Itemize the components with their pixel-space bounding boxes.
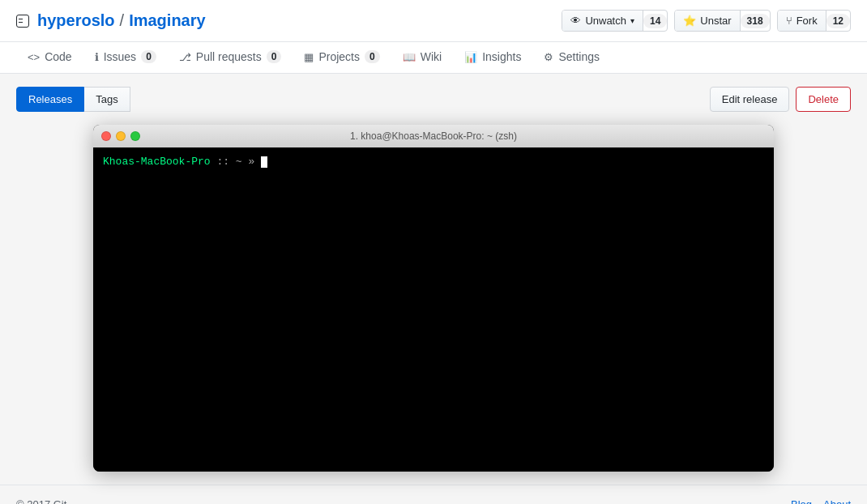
tab-wiki-label: Wiki (421, 50, 442, 63)
repo-separator: / (118, 11, 126, 30)
code-icon: <> (28, 51, 40, 63)
header-actions: 👁 Unwatch ▾ 14 ⭐ Unstar 318 ⑂ Fork 12 (562, 10, 851, 32)
footer-link-about[interactable]: About (823, 498, 851, 504)
issues-badge: 0 (141, 50, 156, 63)
edit-release-button[interactable]: Edit release (710, 87, 790, 112)
wiki-icon: 📖 (403, 51, 416, 63)
repo-owner[interactable]: hyperoslo (37, 11, 115, 30)
sub-tabs-bar: Releases Tags Edit release Delete (16, 87, 851, 112)
repo-name[interactable]: Imaginary (129, 11, 205, 30)
tab-wiki[interactable]: 📖 Wiki (391, 42, 453, 73)
star-icon: ⭐ (683, 15, 696, 27)
insights-icon: 📊 (464, 51, 477, 63)
maximize-button[interactable] (130, 131, 140, 141)
repo-title: hyperoslo / Imaginary (16, 11, 206, 30)
terminal-title: 1. khoa@Khoas-MacBook-Pro: ~ (zsh) (350, 130, 517, 142)
footer: © 2017 Git Blog About (0, 485, 867, 504)
terminal-titlebar: 1. khoa@Khoas-MacBook-Pro: ~ (zsh) (93, 125, 774, 147)
prompt-host: Khoas-MacBook-Pro (103, 156, 211, 168)
watch-count: 14 (643, 14, 667, 28)
fork-icon: ⑂ (786, 15, 792, 27)
terminal-body[interactable]: Khoas-MacBook-Pro :: ~ » (93, 147, 774, 472)
pr-badge: 0 (267, 50, 282, 63)
terminal-prompt-line: Khoas-MacBook-Pro :: ~ » (103, 156, 764, 168)
fork-count: 12 (826, 14, 850, 28)
tab-settings[interactable]: ⚙ Settings (532, 42, 611, 73)
projects-icon: ▦ (304, 51, 314, 63)
footer-link-blog[interactable]: Blog (791, 498, 812, 504)
star-button[interactable]: ⭐ Unstar (675, 11, 740, 31)
sub-tab-tags[interactable]: Tags (84, 87, 130, 112)
tab-projects[interactable]: ▦ Projects 0 (293, 42, 391, 73)
content-area: Releases Tags Edit release Delete 1. kho… (0, 74, 867, 485)
tab-code-label: Code (45, 50, 71, 63)
prompt-separator: :: ~ » (211, 156, 255, 168)
tab-pr-label: Pull requests (196, 50, 262, 63)
footer-links: Blog About (791, 498, 851, 504)
nav-tabs: <> Code ℹ Issues 0 ⎇ Pull requests 0 ▦ P… (0, 42, 867, 74)
watch-dropdown-icon[interactable]: ▾ (630, 16, 634, 25)
tab-settings-label: Settings (558, 50, 600, 63)
tab-projects-label: Projects (318, 50, 360, 63)
sub-tab-releases[interactable]: Releases (16, 87, 84, 112)
star-label: Unstar (700, 15, 731, 27)
eye-icon: 👁 (570, 15, 581, 27)
close-button[interactable] (101, 131, 111, 141)
minimize-button[interactable] (116, 131, 126, 141)
tab-pull-requests[interactable]: ⎇ Pull requests 0 (168, 42, 293, 73)
traffic-lights (101, 131, 140, 141)
repo-icon (16, 15, 29, 28)
tab-issues-label: Issues (104, 50, 136, 63)
pr-icon: ⎇ (179, 51, 191, 63)
issues-icon: ℹ (95, 51, 99, 63)
tab-insights[interactable]: 📊 Insights (453, 42, 532, 73)
star-count: 318 (741, 14, 770, 28)
fork-button[interactable]: ⑂ Fork (778, 11, 826, 31)
terminal-cursor (261, 156, 267, 168)
tab-code[interactable]: <> Code (16, 42, 83, 73)
terminal-window: 1. khoa@Khoas-MacBook-Pro: ~ (zsh) Khoas… (93, 125, 774, 472)
watch-button[interactable]: 👁 Unwatch ▾ (562, 11, 643, 31)
settings-icon: ⚙ (544, 51, 553, 63)
projects-badge: 0 (365, 50, 380, 63)
fork-label: Fork (797, 15, 818, 27)
copyright: © 2017 Git (16, 498, 66, 504)
tab-issues[interactable]: ℹ Issues 0 (83, 42, 168, 73)
tab-insights-label: Insights (482, 50, 521, 63)
watch-label: Unwatch (585, 15, 626, 27)
delete-button[interactable]: Delete (796, 87, 851, 112)
header: hyperoslo / Imaginary 👁 Unwatch ▾ 14 ⭐ U… (0, 0, 867, 42)
